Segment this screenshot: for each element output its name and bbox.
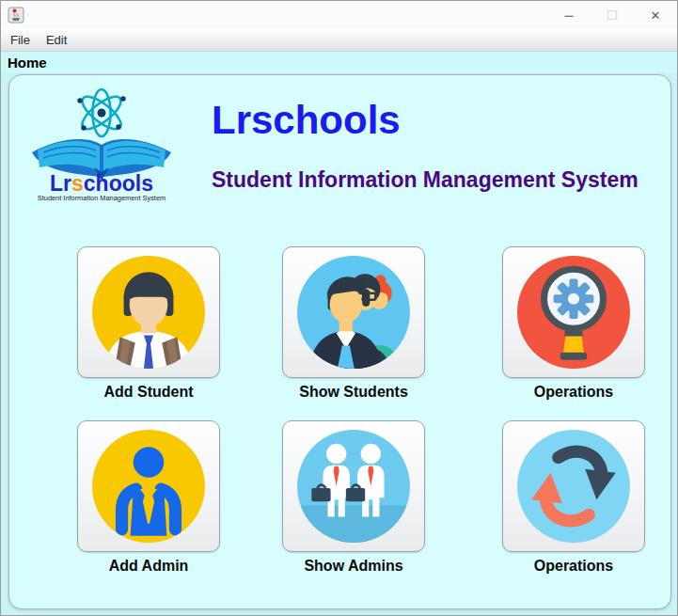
close-button[interactable]: ✕ xyxy=(634,1,677,29)
show-students-button[interactable] xyxy=(282,246,425,378)
window-controls: ─ ☐ ✕ xyxy=(547,1,677,29)
students-group-icon xyxy=(296,255,411,370)
add-student-label: Add Student xyxy=(77,384,220,401)
operations-sync-label: Operations xyxy=(502,558,645,575)
show-admins-label: Show Admins xyxy=(282,558,425,575)
operations-search-button[interactable] xyxy=(502,246,645,378)
logo-tagline: Student Information Management System xyxy=(38,194,166,202)
maximize-button[interactable]: ☐ xyxy=(591,1,634,29)
admins-group-icon xyxy=(296,429,411,544)
tile-operations-sync: Operations xyxy=(502,420,645,575)
logo-brand-text: Lrschools xyxy=(50,171,153,196)
page-title: Lrschools xyxy=(212,98,401,143)
atom-icon xyxy=(77,89,125,136)
operations-search-label: Operations xyxy=(502,384,645,401)
menu-file[interactable]: File xyxy=(4,31,37,49)
add-student-button[interactable] xyxy=(77,246,220,378)
student-icon xyxy=(91,255,206,370)
page-subtitle: Student Information Management System xyxy=(212,167,639,193)
admin-icon xyxy=(91,429,206,544)
tile-show-students: Show Students xyxy=(282,246,425,401)
gear-magnifier-icon xyxy=(516,255,631,370)
add-admin-label: Add Admin xyxy=(77,558,220,575)
main-content: Lrschools Student Information Management… xyxy=(2,72,676,614)
home-label: Home xyxy=(8,55,47,71)
tile-show-admins: Show Admins xyxy=(282,420,425,575)
menu-bar: File Edit xyxy=(1,29,677,52)
tile-add-admin: Add Admin xyxy=(77,420,220,575)
app-window: ─ ☐ ✕ File Edit Home xyxy=(0,0,678,616)
title-bar: ─ ☐ ✕ xyxy=(1,1,677,29)
sync-arrows-icon xyxy=(516,429,631,544)
operations-sync-button[interactable] xyxy=(502,420,645,552)
tile-operations-search: Operations xyxy=(502,246,645,401)
show-students-label: Show Students xyxy=(282,384,425,401)
main-panel: Lrschools Student Information Management… xyxy=(8,74,671,609)
tile-add-student: Add Student xyxy=(77,246,220,401)
menu-edit[interactable]: Edit xyxy=(39,31,73,49)
lrschools-logo: Lrschools Student Information Management… xyxy=(21,79,182,203)
java-app-icon xyxy=(8,7,24,24)
home-header: Home xyxy=(1,52,677,72)
add-admin-button[interactable] xyxy=(77,420,220,552)
show-admins-button[interactable] xyxy=(282,420,425,552)
minimize-button[interactable]: ─ xyxy=(547,1,591,29)
